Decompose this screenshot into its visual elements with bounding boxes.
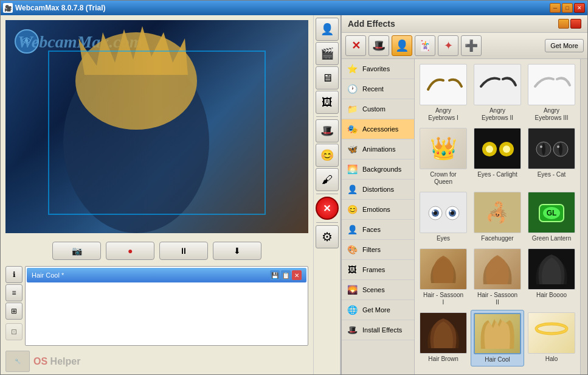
category-accessories[interactable]: 🎭 Accessories bbox=[342, 119, 414, 139]
settings-button[interactable]: ⚙ bbox=[316, 225, 339, 248]
get-more-button[interactable]: Get More bbox=[545, 39, 584, 52]
record-button[interactable]: ● bbox=[106, 242, 154, 260]
effect-green-lantern[interactable]: GL Green Lantern bbox=[525, 189, 578, 245]
category-recent[interactable]: 🕐 Recent bbox=[342, 79, 414, 99]
effects-hat-btn[interactable]: 🎩 bbox=[368, 35, 389, 56]
effect-angry-eyebrows-3[interactable]: AngryEyebrows III bbox=[525, 61, 578, 124]
effect-label-eyes: Eyes bbox=[437, 235, 450, 242]
selection-rect bbox=[48, 51, 266, 215]
category-favorites[interactable]: ⭐ Favorites bbox=[342, 59, 414, 79]
download-button[interactable]: ⬇ bbox=[213, 242, 261, 260]
accessories-label: Accessories bbox=[362, 125, 398, 133]
close-button[interactable]: ✕ bbox=[574, 3, 585, 13]
effect-facehugger[interactable]: 🦂 Facehugger bbox=[471, 189, 524, 245]
faces-label: Faces bbox=[362, 226, 381, 233]
person-tool-button[interactable]: 👤 bbox=[316, 18, 339, 41]
timeline-copy-button[interactable]: 📋 bbox=[281, 270, 291, 280]
filters-label: Filters bbox=[362, 246, 381, 253]
effect-eyes[interactable]: Eyes bbox=[417, 189, 469, 245]
svg-point-4 bbox=[486, 145, 493, 153]
effect-hair-cool[interactable]: Hair Cool bbox=[471, 310, 524, 366]
category-install-effects[interactable]: 🎩 Install Effects bbox=[342, 320, 414, 340]
timeline-delete-button[interactable]: ✕ bbox=[292, 270, 302, 280]
eyes-cat-svg bbox=[530, 132, 573, 166]
effect-label-facehugger: Facehugger bbox=[481, 235, 513, 242]
category-get-more[interactable]: 🌐 Get More bbox=[342, 300, 414, 320]
effects-scrollbar[interactable] bbox=[580, 59, 587, 374]
effect-crown-for-queen[interactable]: 👑 Crown forQueen bbox=[417, 125, 469, 188]
stop-button[interactable]: ✕ bbox=[316, 197, 339, 220]
pause-button[interactable]: ⏸ bbox=[159, 242, 208, 260]
custom-label: Custom bbox=[362, 105, 386, 113]
category-emotions[interactable]: 😊 Emotions bbox=[342, 200, 414, 220]
info-button[interactable]: ℹ bbox=[5, 266, 22, 283]
main-content: 👁 WebcamMax.com bbox=[1, 15, 587, 374]
category-scenes[interactable]: 🌄 Scenes bbox=[342, 280, 414, 300]
effect-hair-sassoon-1[interactable]: Hair - SassoonI bbox=[417, 246, 469, 309]
effects-delete-btn[interactable]: ✕ bbox=[345, 35, 366, 56]
effects-person-btn[interactable]: 👤 bbox=[392, 35, 412, 56]
effects-close-btn[interactable] bbox=[570, 19, 581, 29]
timeline-track: Hair Cool * 💾 📋 ✕ bbox=[25, 266, 308, 346]
effect-hair-boooo[interactable]: Hair Boooo bbox=[525, 246, 578, 309]
zoom-button[interactable]: ⊡ bbox=[5, 323, 22, 340]
download-icon: ⬇ bbox=[233, 246, 241, 256]
list-button[interactable]: ≡ bbox=[5, 284, 22, 301]
effect-angry-eyebrows-2[interactable]: AngryEyebrows II bbox=[471, 61, 524, 124]
maximize-button[interactable]: □ bbox=[562, 3, 573, 13]
category-animations[interactable]: 🦋 Animations bbox=[342, 139, 414, 159]
camera-button[interactable]: 📷 bbox=[52, 242, 101, 260]
svg-point-6 bbox=[503, 145, 510, 153]
category-custom[interactable]: 📁 Custom bbox=[342, 99, 414, 119]
scale-button[interactable]: ⊞ bbox=[5, 303, 22, 320]
effect-thumb-angry-eyebrows-3 bbox=[528, 64, 575, 105]
category-faces[interactable]: 👤 Faces bbox=[342, 220, 414, 240]
effect-angry-eyebrows-1[interactable]: AngryEyebrows I bbox=[417, 61, 469, 124]
distortions-label: Distortions bbox=[362, 186, 394, 193]
effect-hair-sassoon-2[interactable]: Hair - SassoonII bbox=[471, 246, 524, 309]
brush-tool-button[interactable]: 🖌 bbox=[316, 168, 339, 191]
effects-card-btn[interactable]: 🃏 bbox=[415, 35, 435, 56]
film-tool-button[interactable]: 🎬 bbox=[316, 42, 339, 65]
timeline-save-button[interactable]: 💾 bbox=[270, 270, 280, 280]
record-icon: ● bbox=[128, 246, 133, 256]
effect-eyes-cat[interactable]: Eyes - Cat bbox=[525, 125, 578, 188]
svg-point-20 bbox=[450, 210, 452, 212]
effects-minimize-btn[interactable] bbox=[558, 19, 569, 29]
category-backgrounds[interactable]: 🌅 Backgrounds bbox=[342, 159, 414, 180]
effects-header: Add Effects bbox=[342, 15, 587, 33]
pause-icon: ⏸ bbox=[179, 246, 188, 256]
hair-sassoon2-svg bbox=[476, 253, 519, 286]
effects-sparkle-btn[interactable]: ✦ bbox=[438, 35, 458, 56]
effect-label-angry-eyebrows-2: AngryEyebrows II bbox=[482, 107, 513, 122]
camera-icon: 📷 bbox=[72, 246, 82, 256]
effect-hair-brown[interactable]: Hair Brown bbox=[417, 310, 469, 366]
faces-icon: 👤 bbox=[345, 223, 359, 236]
halo-svg bbox=[530, 317, 573, 350]
face-tool-button[interactable]: 😊 bbox=[316, 144, 339, 167]
category-distortions[interactable]: 👤 Distortions bbox=[342, 180, 414, 200]
magic-tool-button[interactable]: 🎩 bbox=[316, 119, 339, 142]
image-tool-button[interactable]: 🖼 bbox=[316, 91, 339, 114]
backgrounds-label: Backgrounds bbox=[362, 166, 401, 173]
effect-label-crown-for-queen: Crown forQueen bbox=[430, 171, 456, 186]
effect-thumb-eyes bbox=[420, 192, 467, 233]
category-filters[interactable]: 🎨 Filters bbox=[342, 240, 414, 260]
watermark-helper: Helper bbox=[50, 356, 81, 366]
category-frames[interactable]: 🖼 Frames bbox=[342, 260, 414, 280]
effect-label-hair-boooo: Hair Boooo bbox=[536, 292, 567, 299]
frames-icon: 🖼 bbox=[345, 263, 359, 276]
effect-halo[interactable]: Halo bbox=[525, 310, 578, 366]
svg-point-16 bbox=[433, 210, 435, 212]
effect-eyes-carlight[interactable]: Eyes - Carlight bbox=[471, 125, 524, 188]
effect-thumb-facehugger: 🦂 bbox=[474, 192, 521, 233]
window-tool-button[interactable]: 🖥 bbox=[316, 66, 339, 89]
effect-label-hair-cool: Hair Cool bbox=[485, 356, 510, 363]
watermark-os: OS bbox=[33, 356, 47, 366]
effect-label-hair-sassoon-1: Hair - SassoonI bbox=[423, 292, 463, 306]
timeline-item[interactable]: Hair Cool * 💾 📋 ✕ bbox=[27, 268, 306, 282]
minimize-button[interactable]: ─ bbox=[550, 3, 561, 13]
effects-add-btn[interactable]: ➕ bbox=[461, 35, 482, 56]
effects-grid: AngryEyebrows I AngryEyebrows II bbox=[415, 59, 580, 369]
effect-thumb-halo bbox=[528, 312, 575, 354]
